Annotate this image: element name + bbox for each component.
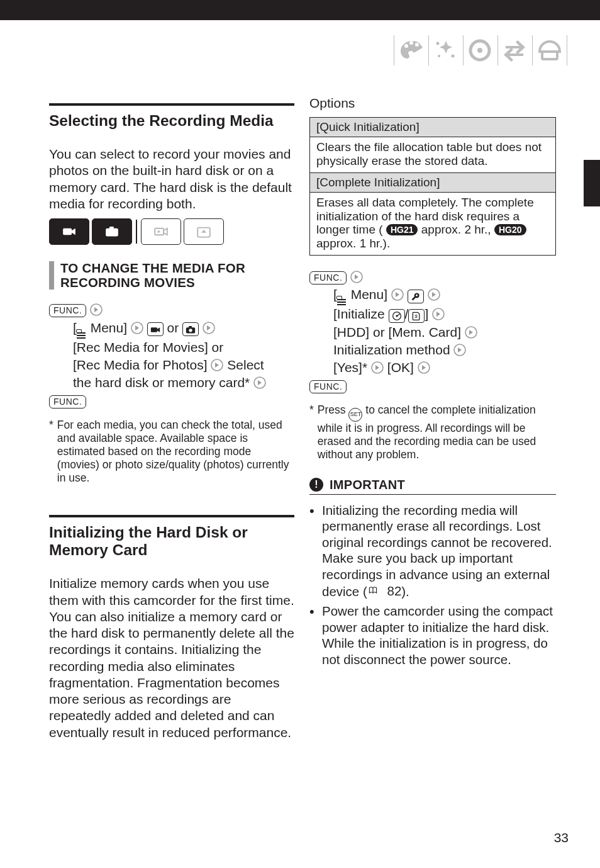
model-badge: HG21 (386, 224, 418, 235)
step-text: [Rec Media for Photos] (73, 358, 208, 372)
set-button-icon: SET (348, 408, 362, 422)
initialize-label: Initialize (337, 307, 385, 321)
subsection-heading: TO CHANGE THE MEDIA FOR RECORDING MOVIES (49, 261, 294, 290)
option-body: Erases all data completely. The complete… (310, 193, 555, 255)
section-title-initializing: Initializing the Hard Disk or Memory Car… (49, 524, 294, 559)
proceed-arrow-icon (211, 359, 223, 371)
option-title: [Quick Initialization] (310, 118, 555, 137)
proceed-arrow-icon (350, 271, 363, 283)
important-heading: ! IMPORTANT (309, 478, 556, 495)
proceed-arrow-icon (391, 288, 404, 301)
proceed-arrow-icon (453, 344, 466, 356)
video-settings-icon (147, 322, 164, 336)
procedure-steps: FUNC. [ Menu] or [Rec Media for Movies] … (49, 301, 294, 410)
options-table: [Quick Initialization] Clears the file a… (309, 117, 556, 256)
mode-record-photo-icon (92, 218, 132, 245)
photo-settings-icon (182, 322, 199, 336)
step-text: Select (227, 358, 264, 372)
disc-icon (466, 37, 495, 64)
top-icon-strip (391, 35, 570, 65)
func-button-label: FUNC. (309, 380, 347, 393)
proceed-arrow-icon (90, 303, 103, 316)
body-text: You can select to record your movies and… (49, 146, 294, 212)
exclamation-icon: ! (309, 478, 323, 492)
proceed-arrow-icon (253, 376, 266, 389)
list-item: Power the camcorder using the compact po… (309, 603, 556, 668)
manual-reference: 82 (367, 583, 402, 599)
step-text: Initialization method (333, 342, 450, 357)
step-text: the hard disk or memory card* (73, 375, 250, 390)
func-button-label: FUNC. (49, 395, 86, 409)
option-title: [Complete Initialization] (310, 172, 555, 193)
sd-card-icon (408, 309, 425, 323)
mode-bar (49, 218, 294, 245)
step-text: [HDD] or [Mem. Card] (333, 325, 461, 339)
model-badge: HG20 (494, 224, 526, 235)
transfer-icon (501, 37, 530, 64)
proceed-arrow-icon (203, 322, 215, 334)
menu-label: Menu (91, 320, 124, 335)
important-list: Initializing the recording media will pe… (309, 502, 556, 668)
footnote: * Press SET to cancel the complete initi… (309, 403, 556, 461)
proceed-arrow-icon (371, 361, 384, 374)
menu-icon (337, 299, 346, 305)
step-text: [Rec Media for Movies] or (73, 340, 223, 354)
print-icon (535, 37, 564, 64)
menu-label: Menu (351, 287, 384, 302)
mode-play-video-icon (141, 218, 181, 245)
func-button-label: FUNC. (49, 304, 86, 317)
palette-icon (397, 37, 426, 64)
proceed-arrow-icon (131, 322, 143, 334)
page-number: 33 (554, 830, 569, 845)
proceed-arrow-icon (465, 326, 477, 339)
proceed-arrow-icon (428, 288, 440, 301)
option-body: Clears the file allocation table but doe… (310, 137, 555, 172)
section-divider (49, 515, 294, 517)
section-title-selecting-media: Selecting the Recording Media (49, 112, 294, 130)
hdd-icon (389, 309, 405, 323)
mode-record-video-icon (49, 218, 89, 245)
proceed-arrow-icon (418, 361, 430, 374)
wand-icon (431, 37, 460, 64)
menu-icon (77, 332, 86, 339)
section-divider (49, 103, 294, 106)
system-settings-icon (408, 290, 424, 303)
mode-play-photo-icon (184, 218, 224, 245)
body-text: Initialize memory cards when you use the… (49, 575, 294, 741)
func-button-label: FUNC. (309, 271, 347, 285)
step-text: [Yes]* (333, 360, 367, 375)
procedure-steps: FUNC. [ Menu] [Initialize /] [HDD] or [M… (309, 268, 556, 395)
options-heading: Options (309, 96, 556, 111)
or-label: or (167, 320, 179, 335)
side-section-tab (584, 160, 600, 206)
list-item: Initializing the recording media will pe… (309, 502, 556, 600)
footnote: * For each media, you can check the tota… (49, 419, 294, 485)
top-black-bar (0, 0, 600, 20)
proceed-arrow-icon (432, 308, 445, 320)
step-text: [OK] (387, 360, 414, 375)
